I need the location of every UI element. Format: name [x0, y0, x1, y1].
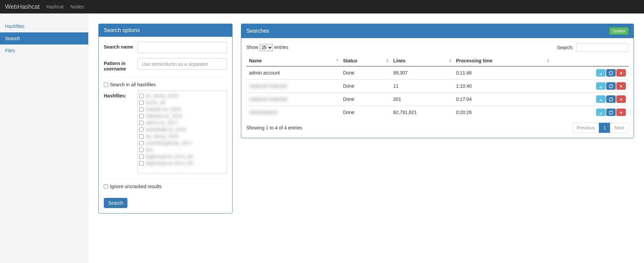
delete-button[interactable]: [616, 109, 626, 116]
col-actions: [551, 55, 628, 66]
cell-status: Done: [340, 106, 391, 119]
hashfile-item[interactable]: somethingdump_2017: [139, 140, 225, 146]
cell-lines: 99,307: [391, 66, 453, 80]
cell-actions: [551, 106, 628, 119]
hashfile-checkbox[interactable]: [139, 107, 144, 112]
hashfile-item[interactable]: da_dump_2016: [139, 133, 225, 140]
hashfile-checkbox[interactable]: [139, 161, 144, 166]
show-label-post: entries: [274, 45, 288, 50]
refresh-icon: [609, 97, 613, 101]
download-button[interactable]: [596, 69, 606, 77]
delete-button[interactable]: [616, 82, 626, 90]
search-button[interactable]: Search: [104, 198, 127, 208]
hashfiles-label: Hashfiles:: [104, 91, 137, 98]
sidebar: HashfilesSearchFiles: [0, 13, 88, 263]
hashfile-name: forum_all: [146, 100, 165, 105]
col-lines[interactable]: Lines▲▼: [391, 55, 453, 66]
col-name[interactable]: Name▲▼: [246, 55, 340, 66]
searches-heading: Searches Update: [241, 24, 634, 38]
hashfile-name: somethingdump_2017: [146, 140, 192, 146]
cell-actions: [551, 93, 628, 106]
reload-button[interactable]: [606, 82, 616, 90]
length-control: Show 25 entries: [246, 44, 288, 51]
cell-lines: 11: [391, 80, 453, 93]
cell-status: Done: [340, 80, 391, 93]
hashfile-checkbox[interactable]: [139, 121, 144, 125]
hashfile-item[interactable]: forum_all: [139, 99, 225, 106]
sort-icon: ▲▼: [449, 59, 452, 63]
table-row: redactedwordDone82,791,8210:20:26: [246, 106, 628, 119]
reload-button[interactable]: [606, 69, 616, 77]
hashfile-name: admin.txt_2017: [146, 120, 178, 125]
hashfile-checkbox[interactable]: [139, 141, 144, 145]
search-name-input[interactable]: [137, 42, 227, 53]
hashfile-name: linkedin.txt_2016: [146, 107, 181, 112]
cell-name: redacted redacted: [246, 93, 340, 106]
download-icon: [599, 71, 603, 75]
nav-link-hashcat[interactable]: Hashcat: [47, 4, 64, 9]
download-button[interactable]: [596, 109, 606, 116]
col-processing-time[interactable]: Processing time▲▼: [453, 55, 551, 66]
search-options-title: Search options: [104, 27, 140, 33]
hashfile-checkbox[interactable]: [139, 127, 144, 132]
col-status[interactable]: Status▲▼: [340, 55, 391, 66]
sidebar-item-search[interactable]: Search: [0, 32, 88, 45]
hashfile-name: da_dump_2016: [146, 134, 178, 139]
hashfile-name: fullleaks.txt_2018: [146, 113, 182, 119]
download-button[interactable]: [596, 95, 606, 103]
hashfile-item[interactable]: bigdump4.txt 2014_AD: [139, 160, 225, 167]
cell-actions: [551, 66, 628, 80]
hashfile-item[interactable]: bigdump4.txt 2014_AD: [139, 153, 225, 160]
page-1[interactable]: 1: [599, 123, 610, 133]
filter-label: Search:: [557, 45, 573, 50]
sidebar-item-hashfiles[interactable]: Hashfiles: [0, 20, 88, 32]
pattern-input[interactable]: [137, 58, 227, 70]
cell-lines: 82,791,821: [391, 106, 453, 119]
cell-name: redacted redacted: [246, 80, 340, 93]
pattern-label: Pattern in username: [104, 58, 137, 71]
cell-lines: 201: [391, 93, 453, 106]
hashfile-checkbox[interactable]: [139, 94, 144, 98]
hashfile-checkbox[interactable]: [139, 100, 144, 105]
table-row: redacted redactedDone111:10:40: [246, 80, 628, 93]
filter-control: Search:: [557, 43, 628, 52]
refresh-icon: [609, 71, 613, 75]
top-navbar: WebHashcat Hashcat Nodes: [0, 0, 644, 13]
sort-icon: ▲▼: [386, 59, 389, 63]
cell-name: admin account: [246, 66, 340, 80]
search-options-panel: Search options Search name Pattern in us…: [98, 24, 233, 213]
page-next[interactable]: Next: [610, 123, 628, 133]
ignore-uncracked-checkbox[interactable]: [104, 184, 108, 189]
hashfile-list[interactable]: dc_dump_2019forum_alllinkedin.txt_2016fu…: [137, 91, 227, 173]
brand[interactable]: WebHashcat: [5, 3, 40, 10]
cell-time: 0:17:04: [453, 93, 551, 106]
sort-icon: ▲▼: [547, 59, 550, 63]
hashfile-checkbox[interactable]: [139, 154, 144, 159]
filter-input[interactable]: [576, 43, 628, 52]
nav-link-nodes[interactable]: Nodes: [70, 4, 84, 9]
close-icon: [619, 97, 623, 101]
hashfile-checkbox[interactable]: [139, 148, 144, 152]
searches-table: Name▲▼Status▲▼Lines▲▼Processing time▲▼ a…: [246, 55, 628, 119]
download-button[interactable]: [596, 82, 606, 90]
update-button[interactable]: Update: [609, 27, 628, 35]
delete-button[interactable]: [616, 95, 626, 103]
page-prev[interactable]: Previous: [572, 123, 599, 133]
hashfile-item[interactable]: admin.txt_2017: [139, 119, 225, 126]
sidebar-item-files[interactable]: Files: [0, 45, 88, 57]
hashfile-item[interactable]: fullleaks.txt_2018: [139, 113, 225, 119]
cell-time: 0:20:26: [453, 106, 551, 119]
hashfile-checkbox[interactable]: [139, 114, 144, 118]
cell-time: 0:11:46: [453, 66, 551, 80]
reload-button[interactable]: [606, 95, 616, 103]
download-icon: [599, 111, 603, 115]
page-size-select[interactable]: 25: [259, 44, 273, 51]
delete-button[interactable]: [616, 69, 626, 77]
hashfile-item[interactable]: linkedin.txt_2016: [139, 106, 225, 113]
hashfile-checkbox[interactable]: [139, 134, 144, 139]
all-hashfiles-checkbox[interactable]: [104, 83, 108, 87]
hashfile-item[interactable]: websitedb.txt_2019: [139, 126, 225, 133]
hashfile-item[interactable]: test: [139, 146, 225, 153]
hashfile-item[interactable]: dc_dump_2019: [139, 92, 225, 99]
reload-button[interactable]: [606, 109, 616, 116]
